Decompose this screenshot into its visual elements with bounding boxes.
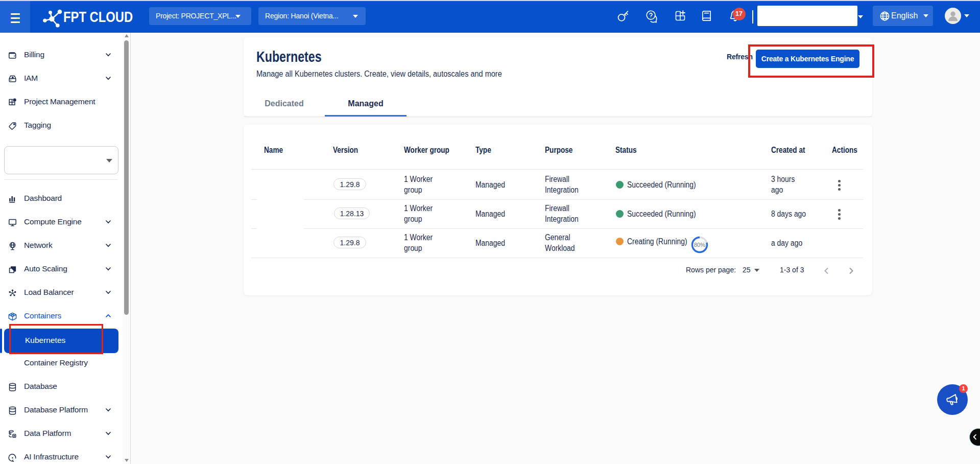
svg-text:80%: 80% [694, 242, 705, 248]
